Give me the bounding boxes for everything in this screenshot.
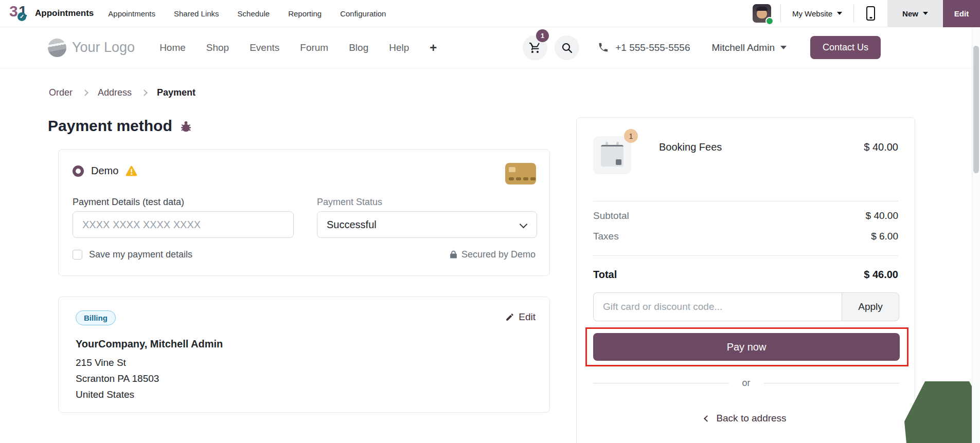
quantity-badge: 1 [624, 129, 638, 143]
chevron-down-icon [780, 46, 787, 49]
page-title: Payment method [48, 117, 193, 135]
backend-menu: Appointments Shared Links Schedule Repor… [108, 9, 386, 18]
phone-icon [598, 42, 609, 53]
nav-forum[interactable]: Forum [300, 42, 328, 53]
chevron-down-icon [837, 12, 842, 15]
cart-button[interactable]: 1 [523, 35, 547, 60]
subtotal-label: Subtotal [593, 210, 629, 222]
promo-code-input[interactable] [593, 292, 842, 321]
app-name: Appointments [35, 8, 94, 19]
chevron-down-icon [923, 12, 928, 15]
cart-count-badge: 1 [536, 29, 549, 42]
promo-code-group: Apply [593, 292, 899, 321]
menu-reporting[interactable]: Reporting [288, 9, 322, 18]
subtotal-value: $ 40.00 [866, 210, 898, 222]
header-phone[interactable]: +1 555-555-5556 [598, 42, 690, 53]
scrollbar-thumb[interactable] [973, 46, 979, 173]
line-item-name: Booking Fees [659, 141, 722, 153]
billing-name: YourCompany, Mitchell Admin [76, 338, 223, 350]
back-to-address-link[interactable]: Back to address [577, 413, 915, 424]
nav-events[interactable]: Events [250, 42, 279, 53]
or-divider: or [593, 378, 899, 389]
menu-configuration[interactable]: Configuration [340, 9, 386, 18]
product-thumbnail [593, 136, 631, 174]
mobile-phone-icon [866, 6, 875, 21]
site-logo[interactable]: Your Logo [48, 39, 135, 57]
card-number-input[interactable] [73, 211, 294, 238]
address-line: United States [76, 386, 159, 402]
backend-topbar: 31 ✓ Appointments Appointments Shared Li… [0, 0, 980, 27]
payment-details-label: Payment Details (test data) [73, 197, 184, 208]
scrollbar-track[interactable] [972, 27, 980, 443]
divider [593, 255, 898, 256]
edit-address-link[interactable]: Edit [505, 311, 536, 323]
page: 31 ✓ Appointments Appointments Shared Li… [0, 0, 980, 443]
logo-text: Your Logo [72, 40, 135, 56]
bug-icon [179, 119, 193, 133]
save-payment-row: Save my payment details [73, 249, 192, 260]
online-status-dot [765, 17, 774, 25]
taxes-value: $ 6.00 [871, 231, 898, 242]
breadcrumb-order[interactable]: Order [49, 87, 73, 98]
pay-now-button[interactable]: Pay now [593, 333, 900, 361]
edit-button[interactable]: Edit [943, 0, 980, 27]
save-payment-checkbox[interactable] [73, 250, 82, 260]
total-label: Total [593, 269, 617, 281]
payment-status-label: Payment Status [317, 197, 382, 208]
chevron-down-icon [520, 220, 528, 229]
pay-now-highlight: Pay now [585, 327, 908, 366]
topbar-systray: My Website New Edit [753, 0, 980, 27]
search-button[interactable] [555, 35, 579, 60]
payment-method-card: Demo Payment Details (test data) Payment… [58, 149, 550, 276]
menu-schedule[interactable]: Schedule [238, 9, 270, 18]
payment-status-select[interactable]: Successful [317, 211, 537, 238]
nav-blog[interactable]: Blog [349, 42, 368, 53]
nav-home[interactable]: Home [159, 42, 186, 53]
menu-appointments[interactable]: Appointments [108, 9, 155, 18]
menu-shared-links[interactable]: Shared Links [174, 9, 219, 18]
user-menu[interactable]: Mitchell Admin [711, 42, 787, 53]
mobile-preview-button[interactable] [854, 6, 887, 21]
taxes-label: Taxes [593, 231, 619, 242]
new-button[interactable]: New [887, 0, 943, 27]
payment-method-name: Demo [91, 165, 118, 177]
address-line: Scranton PA 18503 [76, 371, 159, 386]
warning-icon [126, 165, 137, 176]
chevron-right-icon [82, 89, 88, 96]
logo-globe-icon [48, 39, 66, 57]
search-icon [561, 42, 573, 54]
header-actions: 1 +1 555-555-5556 Mitchell Admin Contact… [523, 35, 881, 60]
save-payment-label: Save my payment details [89, 249, 192, 260]
appointments-app-icon: 31 ✓ [9, 4, 30, 23]
breadcrumb: Order Address Payment [49, 87, 195, 98]
user-avatar[interactable] [753, 4, 771, 23]
address-line: 215 Vine St [76, 355, 159, 371]
nav-shop[interactable]: Shop [206, 42, 229, 53]
contact-us-button[interactable]: Contact Us [810, 36, 881, 59]
site-nav: Home Shop Events Forum Blog Help + [159, 41, 437, 55]
divider [593, 201, 898, 201]
app-switcher[interactable]: 31 ✓ Appointments [9, 4, 108, 23]
chevron-left-icon [704, 415, 711, 422]
total-value: $ 46.00 [864, 269, 898, 281]
or-label: or [742, 378, 751, 389]
breadcrumb-payment: Payment [157, 87, 195, 98]
demo-radio[interactable] [73, 165, 84, 177]
website-switcher[interactable]: My Website [781, 9, 853, 18]
nav-help[interactable]: Help [389, 42, 409, 53]
nav-add-page[interactable]: + [430, 41, 437, 55]
website-header: Your Logo Home Shop Events Forum Blog He… [0, 27, 972, 68]
billing-badge: Billing [76, 310, 116, 325]
pencil-icon [505, 312, 514, 322]
billing-address-card: Billing Edit YourCompany, Mitchell Admin… [58, 297, 550, 413]
payment-option-row: Demo [73, 165, 137, 177]
credit-card-icon [505, 163, 536, 184]
breadcrumb-address[interactable]: Address [98, 87, 132, 98]
chevron-right-icon [141, 89, 148, 96]
cart-icon [529, 42, 541, 54]
lock-icon [450, 250, 457, 259]
billing-address: 215 Vine St Scranton PA 18503 United Sta… [76, 355, 159, 402]
phone-number: +1 555-555-5556 [615, 42, 690, 53]
order-summary-card: 1 Booking Fees $ 40.00 Subtotal $ 40.00 … [576, 117, 915, 443]
apply-button[interactable]: Apply [842, 292, 899, 321]
